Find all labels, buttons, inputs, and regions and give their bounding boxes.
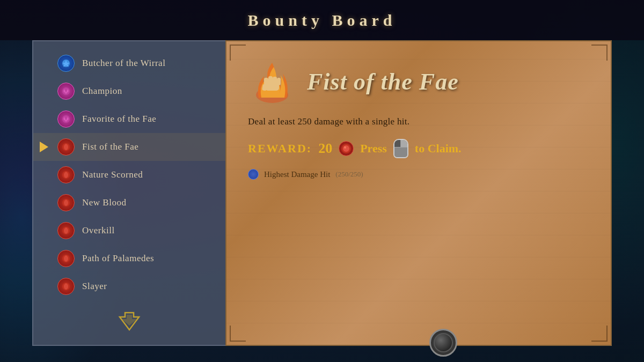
detail-header: Fist of the Fae (248, 57, 589, 106)
list-item-label-slayer: Slayer (82, 281, 107, 292)
butcher-icon (57, 55, 75, 72)
title-bar: Bounty Board (0, 0, 644, 40)
list-item-label-path: Path of Palamedes (82, 253, 154, 264)
bottom-center-button[interactable] (429, 329, 457, 357)
list-item-label-newblood: New Blood (82, 197, 126, 208)
claim-text: to Claim. (415, 142, 462, 156)
corner-decoration-bl (230, 326, 246, 342)
svg-rect-17 (277, 78, 281, 85)
right-panel: Fist of the Fae Deal at least 250 damage… (225, 40, 612, 346)
detail-bounty-icon (248, 57, 296, 106)
list-item-newblood[interactable]: New Blood (33, 189, 225, 217)
list-item-label-nature: Nature Scorned (82, 169, 143, 180)
main-content: Butcher of the Wirral Champion Favorite … (32, 40, 612, 346)
newblood-icon (57, 194, 75, 211)
corner-decoration-tr (591, 45, 608, 61)
svg-rect-15 (268, 76, 273, 85)
progress-row: Highest Damage Hit (250/250) (248, 169, 589, 180)
list-item-label-butcher: Butcher of the Wirral (82, 58, 165, 69)
svg-rect-16 (273, 77, 277, 85)
mouse-button-icon (393, 139, 408, 158)
button-inner (434, 333, 453, 352)
svg-rect-14 (264, 78, 268, 85)
list-item-overkill[interactable]: Overkill (33, 217, 225, 245)
champion-icon (57, 83, 75, 100)
list-item-path[interactable]: Path of Palamedes (33, 245, 225, 272)
slayer-icon (57, 278, 75, 295)
progress-icon (248, 169, 259, 180)
progress-label: Highest Damage Hit (264, 170, 330, 179)
list-item-fist[interactable]: Fist of the Fae (33, 133, 225, 161)
list-item-nature[interactable]: Nature Scorned (33, 161, 225, 189)
list-item-label-favorite: Favorite of the Fae (82, 114, 156, 124)
reward-amount: 20 (318, 141, 332, 157)
overkill-icon (57, 222, 75, 239)
corner-decoration-br (591, 326, 608, 342)
press-text: Press (360, 142, 387, 156)
reward-currency-icon (339, 141, 354, 156)
progress-value: (250/250) (335, 170, 363, 179)
path-icon (57, 250, 75, 267)
bottom-nav-icon (118, 311, 141, 337)
reward-label: REWARD: (248, 142, 312, 156)
list-item-butcher[interactable]: Butcher of the Wirral (33, 49, 225, 77)
corner-decoration-tl (230, 45, 246, 61)
list-item-champion[interactable]: Champion (33, 77, 225, 105)
left-panel: Butcher of the Wirral Champion Favorite … (32, 40, 225, 346)
nature-icon (57, 166, 75, 183)
svg-point-21 (344, 146, 346, 149)
detail-title: Fist of the Fae (307, 68, 459, 95)
svg-point-20 (343, 145, 349, 152)
detail-description: Deal at least 250 damage with a single h… (248, 116, 589, 127)
favorite-icon (57, 110, 75, 128)
list-item-slayer[interactable]: Slayer (33, 272, 225, 300)
list-item-label-overkill: Overkill (82, 225, 115, 236)
reward-row: REWARD: 20 Press to Claim. (248, 139, 589, 158)
page-title: Bounty Board (248, 11, 397, 29)
list-item-label-champion: Champion (82, 86, 122, 97)
list-item-favorite[interactable]: Favorite of the Fae (33, 105, 225, 133)
list-item-label-fist: Fist of the Fae (82, 142, 138, 152)
fist-icon (57, 138, 75, 156)
